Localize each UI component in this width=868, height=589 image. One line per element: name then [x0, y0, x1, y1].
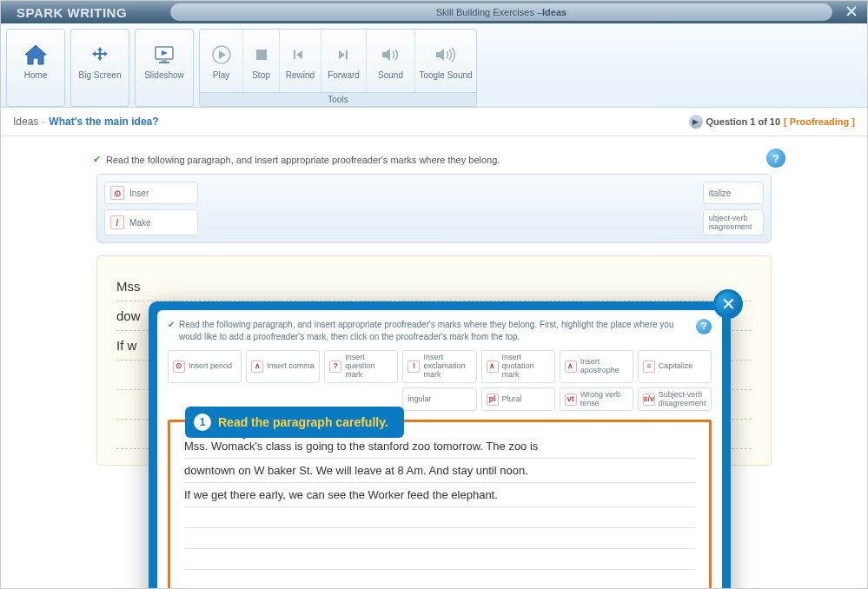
sound-button[interactable]: Sound — [367, 30, 415, 92]
modal-close-button[interactable]: ✕ — [713, 289, 743, 319]
m-mark-insert-question[interactable]: ?Insert question mark — [324, 350, 398, 383]
sound-icon — [378, 43, 404, 67]
help-button[interactable]: ? — [766, 149, 785, 168]
m-mark-subject-verb[interactable]: s/vSubject-verb disagreement — [638, 387, 712, 412]
play-icon — [209, 43, 235, 67]
forward-icon — [331, 43, 357, 67]
svg-rect-5 — [294, 50, 295, 59]
titlebar-subtitle: Skill Building Exercises – Ideas — [170, 3, 832, 21]
modal-instruction: ✔ Read the following paragraph, and inse… — [168, 319, 712, 343]
instruction-text: ✔ Read the following paragraph, and inse… — [93, 154, 853, 165]
toggle-sound-icon — [433, 43, 459, 67]
mark-subject-verb[interactable]: ubject-verb isagreement — [703, 209, 764, 235]
expand-icon — [87, 43, 113, 67]
svg-rect-4 — [256, 50, 267, 60]
svg-rect-2 — [159, 62, 169, 63]
titlebar: SPARK WRITING Skill Building Exercises –… — [1, 1, 867, 23]
svg-rect-6 — [346, 50, 348, 59]
proofreader-marks-bar: ⊙Inser italize /Make ubject-verb isagree… — [96, 174, 772, 243]
m-mark-insert-apostrophe[interactable]: ∧Insert apostrophe — [560, 350, 633, 383]
check-icon: ✔ — [93, 154, 101, 165]
breadcrumb-section: Ideas — [13, 116, 38, 128]
check-icon: ✔ — [168, 319, 175, 331]
stop-button[interactable]: Stop — [243, 30, 280, 92]
ribbon: Home Big Screen Slideshow — [1, 23, 867, 108]
m-mark-insert-period[interactable]: ⊙Insert period — [168, 350, 242, 383]
window-close-button[interactable] — [845, 4, 858, 18]
svg-rect-1 — [162, 59, 167, 62]
rewind-button[interactable]: Rewind — [280, 30, 321, 92]
home-button[interactable]: Home — [7, 30, 64, 92]
play-button[interactable]: Play — [200, 30, 243, 92]
ribbon-group-home: Home — [6, 29, 65, 107]
mark-make-lowercase[interactable]: /Make — [104, 209, 198, 235]
toggle-sound-button[interactable]: Toogle Sound — [415, 30, 476, 92]
ribbon-group-bigscreen: Big Screen — [70, 29, 129, 107]
bigscreen-button[interactable]: Big Screen — [71, 30, 129, 92]
mode-tag: [ Proofreading ] — [784, 116, 855, 127]
stop-icon — [248, 43, 275, 67]
modal-marks-bar: ⊙Insert period ∧Insert comma ?Insert que… — [168, 350, 712, 411]
m-mark-insert-quotation[interactable]: ∧Insert quotation mark — [481, 350, 555, 383]
app-logo: SPARK WRITING — [1, 5, 142, 20]
modal-help-button[interactable]: ? — [696, 319, 712, 334]
question-count: Question 1 of 10 — [706, 116, 781, 127]
ribbon-group-slideshow: Slideshow — [135, 29, 194, 107]
breadcrumb-question: What's the main idea? — [49, 116, 158, 128]
next-icon[interactable]: ▶ — [689, 115, 703, 129]
ribbon-group-tools: Play Stop Rewind Forward Sound — [199, 29, 477, 107]
content-area: ? ✔ Read the following paragraph, and in… — [1, 136, 867, 588]
m-mark-insert-exclamation[interactable]: !Insert exclamation mark — [402, 350, 476, 383]
forward-button[interactable]: Forward — [321, 30, 367, 92]
breadcrumb: Ideas - What's the main idea? ▶ Question… — [1, 108, 867, 136]
tutorial-modal: ✕ ✔ Read the following paragraph, and in… — [149, 301, 731, 588]
tutorial-callout: 1 Read the paragraph carefully. — [185, 407, 404, 438]
home-icon — [23, 43, 49, 67]
slideshow-button[interactable]: Slideshow — [136, 30, 193, 92]
m-mark-wrong-verb-tense[interactable]: vtWrong verb tense — [560, 387, 633, 412]
mark-capitalize[interactable]: italize — [703, 182, 764, 204]
monitor-icon — [151, 43, 177, 67]
tools-caption: Tools — [200, 92, 476, 106]
mark-insert-period[interactable]: ⊙Inser — [104, 182, 198, 204]
m-mark-plural[interactable]: plPlural — [481, 387, 555, 412]
m-mark-capitalize[interactable]: ≡Capitalize — [638, 350, 712, 383]
m-mark-singular[interactable]: ingular — [402, 387, 476, 412]
m-mark-insert-comma[interactable]: ∧Insert comma — [246, 350, 320, 383]
rewind-icon — [288, 43, 314, 67]
